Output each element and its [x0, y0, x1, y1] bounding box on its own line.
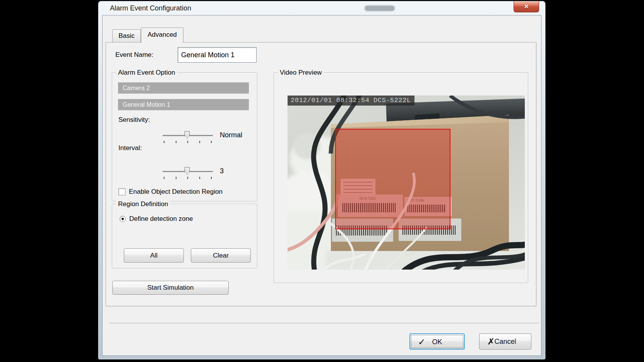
footer-separator: [109, 323, 539, 324]
sensitivity-slider-thumb[interactable]: [185, 131, 190, 139]
close-button[interactable]: ✕: [514, 1, 539, 12]
ok-button-label: OK: [410, 334, 464, 350]
alarm-event-option-legend: Alarm Event Option: [116, 68, 177, 77]
ok-button[interactable]: ✓ OK: [409, 333, 465, 350]
interval-label: Interval:: [118, 143, 142, 154]
camera-select-disabled: Camera 2: [118, 82, 249, 94]
interval-value: 3: [220, 166, 224, 176]
cancel-button[interactable]: ✗ Cancel: [479, 333, 531, 350]
region-definition-group: Region Definition Define detection zone …: [112, 204, 257, 268]
close-icon: ✕: [514, 1, 539, 12]
region-definition-legend: Region Definition: [116, 200, 170, 208]
interval-slider-ticks: [164, 177, 212, 179]
interval-slider-thumb[interactable]: [185, 167, 190, 175]
define-detection-zone-label[interactable]: Define detection zone: [129, 215, 193, 223]
sensitivity-slider-ticks: [164, 141, 212, 143]
define-detection-zone-radio[interactable]: [120, 216, 126, 222]
start-simulation-button[interactable]: Start Simulation: [112, 281, 229, 295]
sensitivity-value: Normal: [220, 130, 242, 140]
event-name-label: Event Name:: [115, 47, 153, 63]
screen: Alarm Event Configuration ✕ Basic Advanc…: [0, 0, 644, 362]
alarm-event-configuration-dialog: Alarm Event Configuration ✕ Basic Advanc…: [98, 1, 546, 360]
video-timestamp-osd: 2012/01/01 08:32:54 DCS-5222L: [288, 96, 414, 106]
video-preview-legend: Video Preview: [278, 68, 324, 77]
clear-button[interactable]: Clear: [191, 248, 251, 263]
titlebar-smudge: [365, 5, 395, 11]
alarm-event-option-group: Alarm Event Option Camera 2 General Moti…: [112, 72, 257, 201]
sensitivity-slider[interactable]: [163, 131, 213, 144]
video-preview-group: Video Preview: [274, 72, 528, 283]
advanced-tab-page: Event Name: Alarm Event Option Camera 2 …: [106, 42, 536, 306]
window-title: Alarm Event Configuration: [110, 1, 191, 15]
detection-region-rectangle[interactable]: [335, 129, 450, 229]
tab-basic[interactable]: Basic: [112, 29, 141, 43]
cancel-button-label: Cancel: [480, 334, 531, 349]
sensitivity-label: Sensitivity:: [118, 114, 150, 125]
radio-selected-dot: [122, 218, 124, 220]
enable-object-detection-checkbox[interactable]: [118, 188, 125, 195]
enable-object-detection-label[interactable]: Enable Object Detection Region: [129, 188, 223, 196]
interval-slider[interactable]: [163, 167, 213, 180]
event-name-input[interactable]: [178, 47, 257, 63]
dialog-client-area: Basic Advanced Event Name: Alarm Event O…: [102, 15, 541, 356]
video-preview-canvas[interactable]: DCS-7110 UPC Code: [288, 96, 525, 270]
tab-advanced[interactable]: Advanced: [141, 27, 183, 43]
titlebar[interactable]: Alarm Event Configuration ✕: [98, 1, 545, 15]
event-select-disabled: General Motion 1: [118, 99, 249, 110]
all-button[interactable]: All: [124, 248, 184, 263]
